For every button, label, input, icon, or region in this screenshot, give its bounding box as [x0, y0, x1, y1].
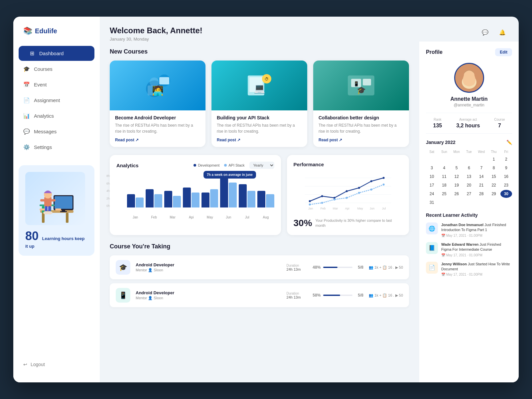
welcome-date: January 30, Monday [110, 37, 202, 42]
period-select[interactable]: Yearly Monthly Weekly [249, 162, 274, 169]
course-value: 7 [494, 123, 505, 129]
calendar-edit-icon[interactable]: ✏️ [506, 140, 512, 145]
nav-menu: ⊞ Dashboard 🎓 Courses 📅 Event 📄 Assignme… [13, 45, 100, 155]
svg-point-59 [370, 189, 372, 191]
cal-day-6[interactable]: 6 [463, 164, 475, 172]
read-post-2[interactable]: Read post ↗ [319, 138, 404, 142]
course-desc-1: The rise of RESTful APIs has been met by… [217, 122, 302, 134]
progress-bar-fill-0 [323, 267, 337, 268]
svg-text:🎓: 🎓 [357, 86, 366, 95]
cal-day-10[interactable]: 10 [426, 173, 438, 181]
course-illustration-1: 💻 ⏱ [243, 69, 276, 102]
cal-day-25[interactable]: 25 [438, 190, 450, 198]
cal-day-21[interactable]: 21 [475, 181, 487, 189]
chart-label-4: May [201, 215, 218, 219]
sidebar-item-label: Settings [34, 144, 52, 150]
svg-point-51 [358, 187, 360, 189]
sidebar-item-courses[interactable]: 🎓 Courses [13, 62, 100, 76]
welcome-area: Welcome Back, Annette! January 30, Monda… [110, 26, 202, 42]
edit-profile-button[interactable]: Edit [495, 48, 512, 56]
legend-dev-label: Development [198, 163, 219, 167]
cal-day-9[interactable]: 9 [500, 164, 512, 172]
bar-group-1 [146, 189, 162, 207]
course-name-2: Collaboration better design [319, 115, 404, 120]
cal-day-header: Thu [488, 149, 499, 155]
cal-day-19[interactable]: 19 [451, 181, 463, 189]
course-card-0[interactable]: 🧑‍💻 Become Android Developer The rise of… [110, 61, 205, 147]
duration-value-1: 24h 13m [287, 295, 301, 299]
svg-point-60 [382, 184, 384, 186]
sidebar-item-assignment[interactable]: 📄 Assignment [13, 93, 100, 108]
bar-dark-2 [164, 191, 172, 207]
notification-button[interactable]: 🔔 [496, 26, 509, 39]
activity-desc-2: Jenny Willison Just Started How To Write… [441, 262, 512, 272]
svg-text:Feb: Feb [320, 207, 326, 210]
sidebar-item-analytics[interactable]: 📊 Analytics [13, 108, 100, 123]
rank-label: Rank [433, 118, 442, 121]
cal-day-14[interactable]: 14 [475, 173, 487, 181]
cal-day-24[interactable]: 24 [426, 190, 438, 198]
read-post-1[interactable]: Read post ↗ [217, 138, 302, 142]
cal-day-28[interactable]: 28 [475, 190, 487, 198]
logout-label: Logout [31, 362, 45, 367]
cal-day-2[interactable]: 2 [500, 155, 512, 163]
svg-point-47 [309, 200, 311, 202]
cal-day-3[interactable]: 3 [426, 164, 438, 172]
cal-day-5[interactable]: 5 [451, 164, 463, 172]
activity-item-2: 📄 Jenny Willison Just Started How To Wri… [426, 262, 512, 277]
svg-text:Api: Api [345, 207, 349, 210]
cal-day-13[interactable]: 13 [463, 173, 475, 181]
cal-day-12[interactable]: 12 [451, 173, 463, 181]
cal-day-20[interactable]: 20 [463, 181, 475, 189]
recent-activity: Recent Learner Activity 🌐 Jonathan Doe I… [426, 212, 512, 276]
cal-day-30[interactable]: 30 [500, 190, 512, 198]
read-post-0[interactable]: Read post ↗ [115, 138, 200, 142]
sidebar-item-messages[interactable]: 💬 Messages [13, 124, 100, 139]
cal-day-26[interactable]: 26 [451, 190, 463, 198]
sidebar-item-event[interactable]: 📅 Event [13, 77, 100, 92]
cal-day-17[interactable]: 17 [426, 181, 438, 189]
course-card-1[interactable]: 💻 ⏱ Building your API Stack The rise of … [211, 61, 307, 147]
cal-day-22[interactable]: 22 [488, 181, 499, 189]
course-stats-1: 👥 1k + 📋 16 . ▶ 50 [369, 293, 403, 298]
calendar: January 2022 ✏️ SatSunMonTueWedThuFri123… [426, 140, 512, 206]
cal-day-header: Fri [500, 149, 512, 155]
header: Welcome Back, Annette! January 30, Monda… [100, 17, 519, 42]
cal-day-31[interactable]: 31 [426, 199, 438, 206]
cal-day-7[interactable]: 7 [475, 164, 487, 172]
cal-day-23[interactable]: 23 [500, 181, 512, 189]
cal-day-1[interactable]: 1 [488, 155, 499, 163]
cal-day-11[interactable]: 11 [438, 173, 450, 181]
sidebar-item-dashboard[interactable]: ⊞ Dashboard [19, 46, 94, 61]
calendar-grid: SatSunMonTueWedThuFri1234567891011121314… [426, 149, 512, 206]
main-content: Welcome Back, Annette! January 30, Monda… [100, 17, 519, 382]
cal-day-29[interactable]: 29 [488, 190, 499, 198]
cal-day-empty [463, 155, 475, 163]
sidebar-item-label: Assignment [34, 97, 60, 103]
student-illustration [30, 179, 80, 225]
sidebar-item-settings[interactable]: ⚙️ Settings [13, 140, 100, 155]
logout-button[interactable]: ↩ Logout [13, 356, 100, 372]
cal-day-4[interactable]: 4 [438, 164, 450, 172]
cal-day-27[interactable]: 27 [463, 190, 475, 198]
cal-day-15[interactable]: 15 [488, 173, 499, 181]
svg-point-54 [309, 203, 311, 205]
y-labels: 8h 6h 4h 2h 0h [106, 174, 110, 207]
cal-day-18[interactable]: 18 [438, 181, 450, 189]
activity-time-0: 📅 May 17, 2021 · 01.00PM [441, 234, 512, 237]
chat-button[interactable]: 💬 [479, 26, 491, 39]
assignment-icon: 📄 [23, 97, 30, 103]
course-card-2[interactable]: 🎓 📱 Collaboration better design The rise… [313, 61, 409, 147]
cal-day-16[interactable]: 16 [500, 173, 512, 181]
activity-desc-0: Jonathan Doe Immanuel Just Finished Intr… [441, 222, 512, 233]
cal-day-8[interactable]: 8 [488, 164, 499, 172]
svg-point-57 [345, 197, 347, 199]
analytics-icon: 📊 [23, 113, 30, 119]
svg-text:Jun: Jun [369, 207, 374, 210]
cal-day-header: Tue [463, 149, 475, 155]
bar-dark-5 [220, 178, 228, 207]
course-name-0: Become Android Developer [115, 115, 200, 120]
bar-group-4 [201, 189, 218, 207]
performance-chart: Jan Feb Mar Api May Jun Jul [294, 171, 403, 214]
performance-percentage: 30% [294, 218, 312, 228]
